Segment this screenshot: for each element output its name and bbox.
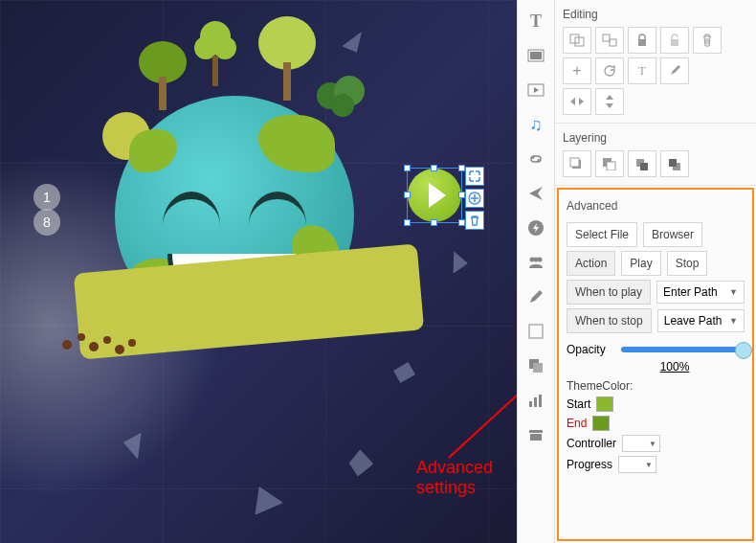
svg-point-16	[115, 345, 124, 354]
link-tool-icon[interactable]	[524, 147, 547, 170]
resize-handle-w[interactable]	[404, 192, 411, 198]
panel-title: Editing	[563, 4, 748, 27]
add-icon[interactable]	[465, 189, 484, 208]
eye	[163, 192, 220, 225]
select-value: Leave Path	[664, 314, 723, 328]
play-icon[interactable]	[408, 169, 461, 222]
select-file-button[interactable]: Select File	[567, 222, 637, 247]
theme-color-label: ThemeColor:	[567, 379, 745, 393]
send-tool-icon[interactable]	[524, 182, 547, 205]
image-tool-icon[interactable]	[524, 44, 547, 67]
lock-button[interactable]	[628, 27, 656, 54]
resize-handle-nw[interactable]	[404, 165, 411, 171]
svg-line-19	[449, 352, 517, 458]
video-tool-icon[interactable]	[524, 79, 547, 102]
editing-panel: Editing + T	[555, 0, 756, 124]
path-marker-8[interactable]: 8	[33, 209, 60, 236]
canvas-area[interactable]: 1 8 Advanced settings	[0, 0, 517, 543]
brush-button[interactable]	[660, 57, 689, 84]
stop-button[interactable]: Stop	[667, 251, 708, 276]
dots-decoration	[57, 326, 144, 367]
delete-button[interactable]	[693, 27, 722, 54]
svg-rect-37	[603, 34, 610, 41]
when-to-stop-select[interactable]: Leave Path▼	[657, 309, 745, 332]
selected-element[interactable]	[407, 168, 462, 223]
layers-tool-icon[interactable]	[524, 354, 547, 377]
svg-point-6	[258, 16, 316, 70]
bring-forward-button[interactable]	[628, 150, 656, 177]
controller-select[interactable]: ▼	[622, 435, 660, 452]
path-marker-1[interactable]: 1	[33, 184, 60, 211]
send-backward-button[interactable]	[660, 150, 689, 177]
play-button[interactable]: Play	[621, 251, 660, 276]
opacity-slider[interactable]	[621, 347, 745, 352]
group-button[interactable]	[563, 27, 591, 54]
resize-handle-e[interactable]	[458, 192, 465, 198]
delete-icon[interactable]	[465, 211, 484, 230]
svg-rect-21	[530, 52, 542, 59]
svg-point-10	[331, 94, 354, 117]
chevron-down-icon: ▼	[649, 440, 656, 448]
music-tool-icon[interactable]: ♫	[524, 113, 547, 136]
start-color-swatch[interactable]	[596, 396, 613, 412]
svg-rect-38	[610, 39, 616, 46]
resize-handle-sw[interactable]	[404, 219, 411, 226]
flash-tool-icon[interactable]	[524, 216, 547, 239]
end-color-swatch[interactable]	[592, 416, 610, 431]
svg-point-26	[534, 258, 539, 262]
svg-rect-48	[669, 159, 677, 167]
svg-rect-32	[539, 395, 542, 407]
text-button[interactable]: T	[628, 57, 656, 84]
pencil-tool-icon[interactable]	[524, 285, 547, 308]
fullscreen-icon[interactable]	[465, 167, 484, 186]
group-tool-icon[interactable]	[524, 251, 547, 274]
ungroup-button[interactable]	[595, 27, 624, 54]
layering-panel: Layering	[555, 124, 756, 186]
advanced-panel: Advanced Select File Browser Action Play…	[557, 188, 754, 541]
select-value: Enter Path	[663, 285, 718, 299]
progress-select[interactable]: ▼	[618, 456, 656, 473]
start-color-label: Start	[567, 397, 590, 411]
properties-panel: Editing + T Layering	[555, 0, 756, 543]
svg-rect-42	[570, 158, 579, 167]
when-to-play-select[interactable]: Enter Path▼	[656, 281, 745, 304]
svg-rect-33	[529, 430, 543, 433]
svg-point-12	[62, 340, 72, 350]
annotation-arrow	[444, 348, 517, 463]
opacity-label: Opacity	[567, 343, 606, 356]
chevron-down-icon: ▼	[729, 287, 738, 297]
text-tool-icon[interactable]: T	[524, 10, 547, 33]
end-color-label: End	[567, 417, 587, 430]
add-button[interactable]: +	[563, 57, 591, 84]
svg-point-14	[89, 342, 99, 351]
resize-handle-n[interactable]	[431, 165, 437, 171]
send-back-button[interactable]	[595, 150, 624, 177]
unlock-button[interactable]	[660, 27, 689, 54]
archive-tool-icon[interactable]	[524, 423, 547, 446]
chart-tool-icon[interactable]	[524, 389, 547, 412]
chevron-down-icon: ▼	[645, 461, 653, 469]
opacity-value[interactable]: 100%	[605, 360, 745, 373]
flip-v-button[interactable]	[595, 88, 624, 115]
svg-rect-30	[529, 401, 532, 407]
svg-point-17	[128, 339, 136, 347]
flip-h-button[interactable]	[563, 88, 591, 115]
side-toolbar: T ♫	[517, 0, 555, 543]
bush-illustration	[316, 67, 368, 127]
eye	[249, 192, 306, 225]
svg-rect-1	[159, 77, 167, 110]
controller-label: Controller	[567, 437, 616, 450]
svg-rect-31	[534, 397, 537, 407]
bring-front-button[interactable]	[563, 150, 591, 177]
resize-handle-ne[interactable]	[458, 165, 465, 171]
tree-illustration	[254, 14, 321, 108]
svg-rect-5	[212, 56, 218, 86]
resize-handle-s[interactable]	[431, 219, 437, 226]
frame-tool-icon[interactable]	[524, 320, 547, 343]
browser-button[interactable]: Browser	[643, 222, 702, 247]
resize-handle-se[interactable]	[458, 219, 465, 226]
action-label: Action	[567, 251, 615, 276]
svg-point-13	[78, 333, 85, 341]
refresh-button[interactable]	[595, 57, 624, 84]
svg-rect-7	[283, 62, 291, 101]
